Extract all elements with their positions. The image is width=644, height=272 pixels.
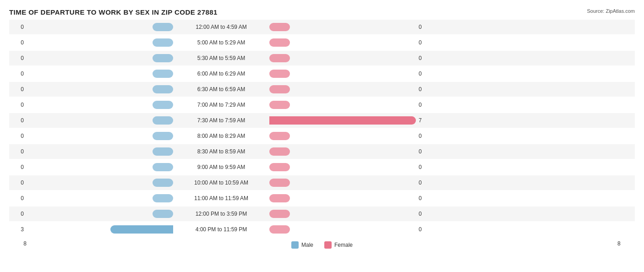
- bar-female: [269, 38, 290, 47]
- left-value: 0: [9, 133, 27, 139]
- bar-left-wrap: [27, 179, 173, 187]
- legend-male-label: Male: [301, 242, 313, 248]
- legend-area: Male Female: [27, 239, 617, 249]
- bar-right-wrap: [269, 116, 416, 125]
- right-value: 0: [416, 180, 433, 186]
- bar-left-wrap: [27, 85, 173, 93]
- right-value: 0: [416, 55, 433, 61]
- left-value: 0: [9, 71, 27, 77]
- bar-female: [269, 163, 290, 171]
- bar-left-wrap: [27, 210, 173, 218]
- table-row: 3 4:00 PM to 11:59 PM 0: [9, 222, 635, 237]
- table-row: 0 7:30 AM to 7:59 AM 7: [9, 113, 635, 128]
- right-value: 0: [416, 226, 433, 233]
- chart-container: TIME OF DEPARTURE TO WORK BY SEX IN ZIP …: [0, 0, 644, 272]
- table-row: 0 6:30 AM to 6:59 AM 0: [9, 82, 635, 97]
- bar-female: [269, 23, 290, 31]
- left-value: 0: [9, 86, 27, 92]
- table-row: 0 11:00 AM to 11:59 AM 0: [9, 191, 635, 206]
- table-row: 0 5:00 AM to 5:29 AM 0: [9, 35, 635, 50]
- axis-bottom-left: 8: [9, 240, 27, 247]
- bars-area: 0 12:00 AM to 4:59 AM 0 0 5:00 AM to 5:2…: [9, 20, 635, 237]
- source-text: Source: ZipAtlas.com: [587, 8, 635, 14]
- bar-female: [269, 147, 290, 156]
- time-label: 10:00 AM to 10:59 AM: [173, 180, 269, 186]
- time-label: 8:30 AM to 8:59 AM: [173, 148, 269, 155]
- bar-right-wrap: [269, 101, 416, 109]
- bar-left-wrap: [27, 163, 173, 171]
- bar-right-wrap: [269, 85, 416, 93]
- bar-left-wrap: [27, 147, 173, 156]
- legend-female: Female: [324, 241, 353, 249]
- time-label: 12:00 AM to 4:59 AM: [173, 24, 269, 30]
- bar-right-wrap: [269, 70, 416, 78]
- time-label: 12:00 PM to 3:59 PM: [173, 211, 269, 217]
- bar-female: [269, 210, 290, 218]
- left-value: 0: [9, 24, 27, 30]
- bar-male: [153, 194, 173, 202]
- bar-left-wrap: [27, 23, 173, 31]
- time-label: 4:00 PM to 11:59 PM: [173, 226, 269, 233]
- left-value: 0: [9, 55, 27, 61]
- bar-male: [153, 147, 173, 156]
- bar-right-wrap: [269, 194, 416, 202]
- bar-right-wrap: [269, 210, 416, 218]
- bar-female: [269, 85, 290, 93]
- right-value: 0: [416, 133, 433, 139]
- bar-male: [153, 54, 173, 62]
- bar-right-wrap: [269, 23, 416, 31]
- bar-right-wrap: [269, 132, 416, 140]
- left-value: 0: [9, 117, 27, 124]
- bar-left-wrap: [27, 132, 173, 140]
- bar-female: [269, 101, 290, 109]
- time-label: 6:30 AM to 6:59 AM: [173, 86, 269, 92]
- right-value: 0: [416, 39, 433, 46]
- right-value: 7: [416, 117, 433, 124]
- bar-right-wrap: [269, 54, 416, 62]
- bar-right-wrap: [269, 38, 416, 47]
- bar-male: [153, 23, 173, 31]
- time-label: 11:00 AM to 11:59 AM: [173, 195, 269, 201]
- bar-female: [269, 70, 290, 78]
- table-row: 0 12:00 PM to 3:59 PM 0: [9, 207, 635, 221]
- table-row: 0 7:00 AM to 7:29 AM 0: [9, 98, 635, 112]
- legend: Male Female: [291, 241, 353, 249]
- legend-male-box: [291, 241, 299, 249]
- bar-right-wrap: [269, 147, 416, 156]
- time-label: 7:30 AM to 7:59 AM: [173, 117, 269, 124]
- bar-left-wrap: [27, 70, 173, 78]
- bar-female: [269, 194, 290, 202]
- axis-bottom-right: 8: [617, 240, 635, 247]
- table-row: 0 12:00 AM to 4:59 AM 0: [9, 20, 635, 34]
- right-value: 0: [416, 195, 433, 201]
- left-value: 0: [9, 211, 27, 217]
- bar-left-wrap: [27, 38, 173, 47]
- bar-female: [269, 225, 290, 234]
- right-value: 0: [416, 86, 433, 92]
- left-value: 0: [9, 102, 27, 108]
- time-label: 8:00 AM to 8:29 AM: [173, 133, 269, 139]
- left-value: 0: [9, 148, 27, 155]
- left-value: 3: [9, 226, 27, 233]
- right-value: 0: [416, 71, 433, 77]
- table-row: 0 9:00 AM to 9:59 AM 0: [9, 160, 635, 174]
- time-label: 6:00 AM to 6:29 AM: [173, 71, 269, 77]
- bar-right-wrap: [269, 163, 416, 171]
- bottom-row: 8 Male Female 8: [9, 239, 635, 249]
- right-value: 0: [416, 211, 433, 217]
- bar-left-wrap: [27, 54, 173, 62]
- right-value: 0: [416, 164, 433, 170]
- time-label: 9:00 AM to 9:59 AM: [173, 164, 269, 170]
- bar-male: [153, 70, 173, 78]
- bar-left-wrap: [27, 116, 173, 125]
- table-row: 0 5:30 AM to 5:59 AM 0: [9, 51, 635, 65]
- right-value: 0: [416, 24, 433, 30]
- bar-male: [153, 210, 173, 218]
- bar-left-wrap: [27, 101, 173, 109]
- legend-male: Male: [291, 241, 313, 249]
- bar-female: [269, 179, 290, 187]
- left-value: 0: [9, 39, 27, 46]
- bar-male: [153, 163, 173, 171]
- right-value: 0: [416, 148, 433, 155]
- left-value: 0: [9, 195, 27, 201]
